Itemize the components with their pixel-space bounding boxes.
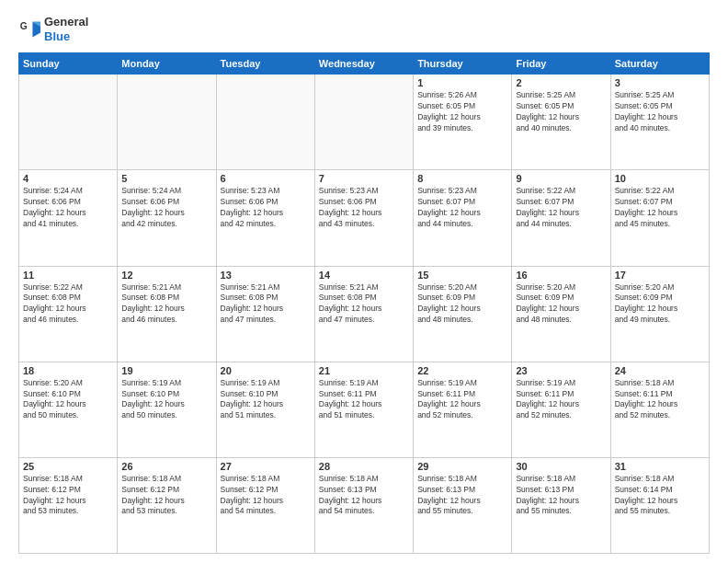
calendar-cell: 30Sunrise: 5:18 AM Sunset: 6:13 PM Dayli… (512, 457, 610, 553)
day-detail: Sunrise: 5:18 AM Sunset: 6:13 PM Dayligh… (417, 474, 507, 518)
day-number: 21 (319, 365, 409, 376)
calendar-cell (118, 75, 216, 170)
weekday-header: Sunday (19, 53, 118, 75)
day-number: 15 (417, 270, 507, 281)
calendar-cell: 27Sunrise: 5:18 AM Sunset: 6:12 PM Dayli… (216, 457, 314, 553)
day-number: 14 (319, 270, 409, 281)
day-detail: Sunrise: 5:21 AM Sunset: 6:08 PM Dayligh… (121, 282, 211, 327)
day-detail: Sunrise: 5:20 AM Sunset: 6:09 PM Dayligh… (615, 282, 705, 327)
calendar-cell (314, 75, 413, 170)
day-number: 23 (516, 365, 606, 376)
calendar-cell: 29Sunrise: 5:18 AM Sunset: 6:13 PM Dayli… (414, 457, 512, 553)
calendar-cell: 14Sunrise: 5:21 AM Sunset: 6:08 PM Dayli… (314, 266, 413, 362)
weekday-header: Thursday (414, 53, 512, 75)
day-number: 2 (516, 77, 606, 88)
calendar-cell: 19Sunrise: 5:19 AM Sunset: 6:10 PM Dayli… (118, 362, 216, 457)
day-detail: Sunrise: 5:22 AM Sunset: 6:08 PM Dayligh… (23, 282, 113, 327)
day-number: 26 (121, 461, 211, 472)
calendar-cell: 24Sunrise: 5:18 AM Sunset: 6:11 PM Dayli… (610, 362, 709, 457)
day-detail: Sunrise: 5:24 AM Sunset: 6:06 PM Dayligh… (23, 186, 113, 230)
calendar-cell: 11Sunrise: 5:22 AM Sunset: 6:08 PM Dayli… (19, 266, 118, 362)
day-number: 9 (516, 173, 606, 184)
calendar-cell: 18Sunrise: 5:20 AM Sunset: 6:10 PM Dayli… (19, 362, 118, 457)
day-number: 18 (23, 365, 113, 376)
day-number: 22 (417, 365, 507, 376)
day-detail: Sunrise: 5:23 AM Sunset: 6:06 PM Dayligh… (221, 186, 311, 230)
day-detail: Sunrise: 5:19 AM Sunset: 6:11 PM Dayligh… (516, 378, 606, 422)
calendar-cell: 6Sunrise: 5:23 AM Sunset: 6:06 PM Daylig… (216, 170, 314, 266)
weekday-header: Wednesday (314, 53, 413, 75)
calendar-cell: 23Sunrise: 5:19 AM Sunset: 6:11 PM Dayli… (512, 362, 610, 457)
calendar-cell: 5Sunrise: 5:24 AM Sunset: 6:06 PM Daylig… (118, 170, 216, 266)
calendar-cell: 16Sunrise: 5:20 AM Sunset: 6:09 PM Dayli… (512, 266, 610, 362)
logo-icon: G (18, 18, 40, 40)
day-detail: Sunrise: 5:23 AM Sunset: 6:07 PM Dayligh… (417, 186, 507, 230)
day-number: 16 (516, 270, 606, 281)
day-number: 10 (615, 173, 705, 184)
calendar-cell: 7Sunrise: 5:23 AM Sunset: 6:06 PM Daylig… (314, 170, 413, 266)
header: G General Blue (18, 15, 710, 43)
day-number: 30 (516, 461, 606, 472)
calendar-cell: 15Sunrise: 5:20 AM Sunset: 6:09 PM Dayli… (414, 266, 512, 362)
day-number: 1 (417, 77, 507, 88)
day-detail: Sunrise: 5:23 AM Sunset: 6:06 PM Dayligh… (319, 186, 409, 230)
day-detail: Sunrise: 5:21 AM Sunset: 6:08 PM Dayligh… (319, 282, 409, 327)
day-detail: Sunrise: 5:19 AM Sunset: 6:10 PM Dayligh… (221, 378, 311, 422)
day-number: 19 (121, 365, 211, 376)
day-number: 11 (23, 270, 113, 281)
calendar-cell: 26Sunrise: 5:18 AM Sunset: 6:12 PM Dayli… (118, 457, 216, 553)
weekday-header: Saturday (610, 53, 709, 75)
day-detail: Sunrise: 5:22 AM Sunset: 6:07 PM Dayligh… (516, 186, 606, 230)
calendar-cell: 10Sunrise: 5:22 AM Sunset: 6:07 PM Dayli… (610, 170, 709, 266)
day-detail: Sunrise: 5:18 AM Sunset: 6:14 PM Dayligh… (615, 474, 705, 518)
day-detail: Sunrise: 5:18 AM Sunset: 6:12 PM Dayligh… (23, 474, 113, 518)
calendar-table: SundayMondayTuesdayWednesdayThursdayFrid… (18, 52, 710, 554)
calendar-cell: 4Sunrise: 5:24 AM Sunset: 6:06 PM Daylig… (19, 170, 118, 266)
calendar-cell: 3Sunrise: 5:25 AM Sunset: 6:05 PM Daylig… (610, 75, 709, 170)
calendar-cell: 12Sunrise: 5:21 AM Sunset: 6:08 PM Dayli… (118, 266, 216, 362)
calendar-cell: 1Sunrise: 5:26 AM Sunset: 6:05 PM Daylig… (414, 75, 512, 170)
day-detail: Sunrise: 5:19 AM Sunset: 6:10 PM Dayligh… (121, 378, 211, 422)
day-number: 5 (121, 173, 211, 184)
calendar-cell: 28Sunrise: 5:18 AM Sunset: 6:13 PM Dayli… (314, 457, 413, 553)
day-detail: Sunrise: 5:18 AM Sunset: 6:11 PM Dayligh… (615, 378, 705, 422)
calendar-cell (19, 75, 118, 170)
svg-text:G: G (20, 21, 28, 31)
day-detail: Sunrise: 5:19 AM Sunset: 6:11 PM Dayligh… (319, 378, 409, 422)
day-number: 17 (615, 270, 705, 281)
day-number: 20 (221, 365, 311, 376)
day-detail: Sunrise: 5:18 AM Sunset: 6:12 PM Dayligh… (221, 474, 311, 518)
calendar-cell: 9Sunrise: 5:22 AM Sunset: 6:07 PM Daylig… (512, 170, 610, 266)
calendar-page: G General Blue SundayMondayTuesdayWednes… (0, 0, 728, 563)
day-detail: Sunrise: 5:26 AM Sunset: 6:05 PM Dayligh… (417, 90, 507, 134)
weekday-header: Friday (512, 53, 610, 75)
calendar-cell: 8Sunrise: 5:23 AM Sunset: 6:07 PM Daylig… (414, 170, 512, 266)
weekday-header: Monday (118, 53, 216, 75)
calendar-cell: 25Sunrise: 5:18 AM Sunset: 6:12 PM Dayli… (19, 457, 118, 553)
day-number: 31 (615, 461, 705, 472)
day-detail: Sunrise: 5:24 AM Sunset: 6:06 PM Dayligh… (121, 186, 211, 230)
day-number: 8 (417, 173, 507, 184)
day-number: 6 (221, 173, 311, 184)
calendar-cell: 2Sunrise: 5:25 AM Sunset: 6:05 PM Daylig… (512, 75, 610, 170)
day-detail: Sunrise: 5:20 AM Sunset: 6:10 PM Dayligh… (23, 378, 113, 422)
weekday-header: Tuesday (216, 53, 314, 75)
calendar-cell: 21Sunrise: 5:19 AM Sunset: 6:11 PM Dayli… (314, 362, 413, 457)
day-number: 13 (221, 270, 311, 281)
day-number: 25 (23, 461, 113, 472)
day-detail: Sunrise: 5:20 AM Sunset: 6:09 PM Dayligh… (516, 282, 606, 327)
day-number: 28 (319, 461, 409, 472)
calendar-cell: 17Sunrise: 5:20 AM Sunset: 6:09 PM Dayli… (610, 266, 709, 362)
day-number: 27 (221, 461, 311, 472)
calendar-cell (216, 75, 314, 170)
day-number: 24 (615, 365, 705, 376)
logo: G General Blue (18, 15, 88, 43)
day-detail: Sunrise: 5:25 AM Sunset: 6:05 PM Dayligh… (516, 90, 606, 134)
day-number: 12 (121, 270, 211, 281)
day-number: 4 (23, 173, 113, 184)
day-number: 3 (615, 77, 705, 88)
day-detail: Sunrise: 5:19 AM Sunset: 6:11 PM Dayligh… (417, 378, 507, 422)
day-detail: Sunrise: 5:18 AM Sunset: 6:13 PM Dayligh… (319, 474, 409, 518)
day-detail: Sunrise: 5:25 AM Sunset: 6:05 PM Dayligh… (615, 90, 705, 134)
day-detail: Sunrise: 5:22 AM Sunset: 6:07 PM Dayligh… (615, 186, 705, 230)
